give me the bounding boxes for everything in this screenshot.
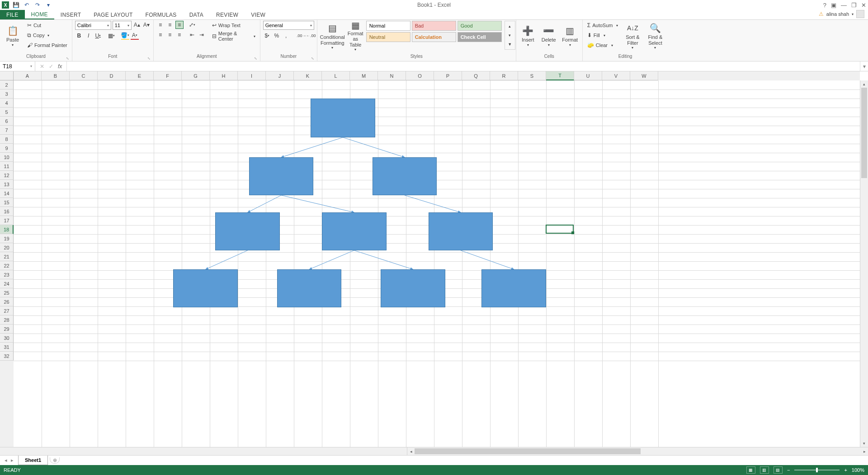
select-all-corner[interactable]	[0, 71, 14, 80]
font-size-select[interactable]: 11▾	[113, 21, 132, 30]
font-color-button[interactable]: A▾	[131, 32, 139, 40]
sheet-tab-active[interactable]: Sheet1	[18, 456, 48, 465]
font-name-select[interactable]: Calibri▾	[75, 21, 111, 30]
format-painter-button[interactable]: 🖌Format Painter	[25, 41, 69, 50]
zoom-slider[interactable]	[794, 470, 840, 470]
worksheet-grid[interactable]: ABCDEFGHIJKLMNOPQRSTUVW 2345678910111213…	[0, 71, 868, 455]
col-header-I[interactable]: I	[238, 71, 266, 80]
align-center-icon[interactable]: ≡	[166, 31, 174, 39]
save-icon[interactable]: 💾	[12, 1, 20, 9]
col-header-P[interactable]: P	[434, 71, 462, 80]
col-header-D[interactable]: D	[98, 71, 126, 80]
scroll-right-icon[interactable]: ▸	[861, 447, 868, 455]
col-header-W[interactable]: W	[630, 71, 658, 80]
formula-bar[interactable]	[67, 61, 860, 71]
col-header-G[interactable]: G	[182, 71, 210, 80]
clear-button[interactable]: 🧽Clear▾	[585, 41, 620, 50]
row-header-10[interactable]: 10	[0, 153, 14, 162]
merge-center-button[interactable]: ⊟Merge & Center▾	[210, 32, 257, 41]
view-normal-icon[interactable]: ▦	[746, 466, 755, 474]
accounting-format-icon[interactable]: $▾	[263, 32, 271, 40]
row-header-17[interactable]: 17	[0, 216, 14, 225]
scroll-down-icon[interactable]: ▾	[860, 440, 868, 447]
col-header-J[interactable]: J	[266, 71, 294, 80]
row-header-9[interactable]: 9	[0, 144, 14, 153]
col-header-E[interactable]: E	[126, 71, 154, 80]
row-header-14[interactable]: 14	[0, 189, 14, 198]
row-header-4[interactable]: 4	[0, 99, 14, 108]
find-select-button[interactable]: 🔍Find & Select▾	[645, 21, 665, 51]
fill-button[interactable]: ⬇Fill▾	[585, 31, 620, 40]
shape-rectangle[interactable]	[373, 157, 437, 195]
tab-insert[interactable]: INSERT	[54, 10, 88, 19]
shape-rectangle[interactable]	[429, 212, 493, 250]
styles-scroll-up-icon[interactable]: ▴	[506, 22, 514, 30]
row-header-29[interactable]: 29	[0, 325, 14, 334]
col-header-N[interactable]: N	[378, 71, 406, 80]
vertical-scrollbar[interactable]: ▴ ▾	[860, 80, 868, 447]
style-neutral[interactable]: Neutral	[366, 32, 410, 42]
row-header-31[interactable]: 31	[0, 343, 14, 352]
cut-button[interactable]: ✂Cut	[25, 21, 69, 30]
col-header-C[interactable]: C	[70, 71, 98, 80]
clipboard-launcher-icon[interactable]: ⤡	[66, 56, 69, 61]
increase-indent-icon[interactable]: ⇥	[198, 31, 206, 39]
number-launcher-icon[interactable]: ⤡	[311, 56, 314, 61]
view-page-layout-icon[interactable]: ▥	[760, 466, 769, 474]
shape-rectangle[interactable]	[481, 269, 546, 307]
decrease-indent-icon[interactable]: ⇤	[188, 31, 196, 39]
fill-color-button[interactable]: 🪣▾	[121, 32, 129, 40]
connector-arrow[interactable]	[281, 137, 343, 157]
scroll-left-icon[interactable]: ◂	[407, 447, 415, 455]
autosum-button[interactable]: ΣAutoSum▾	[585, 21, 620, 30]
row-header-26[interactable]: 26	[0, 297, 14, 306]
scroll-up-icon[interactable]: ▴	[860, 80, 868, 88]
tab-data[interactable]: DATA	[183, 10, 210, 19]
col-header-K[interactable]: K	[294, 71, 322, 80]
styles-scroll-down-icon[interactable]: ▾	[506, 31, 514, 39]
col-header-S[interactable]: S	[518, 71, 546, 80]
align-left-icon[interactable]: ≡	[156, 31, 165, 39]
zoom-level[interactable]: 100%	[852, 467, 864, 473]
wrap-text-button[interactable]: ↩Wrap Text	[210, 21, 257, 30]
col-header-H[interactable]: H	[210, 71, 238, 80]
sort-filter-button[interactable]: A↓ZSort & Filter▾	[623, 21, 642, 51]
bold-button[interactable]: B	[75, 32, 83, 40]
font-launcher-icon[interactable]: ⤡	[147, 56, 151, 61]
cancel-formula-icon[interactable]: ✕	[40, 63, 44, 70]
align-right-icon[interactable]: ≡	[175, 31, 184, 39]
tab-home[interactable]: HOME	[25, 10, 54, 19]
shape-rectangle[interactable]	[381, 269, 445, 307]
expand-formula-bar-icon[interactable]: ▾	[860, 61, 868, 71]
row-header-19[interactable]: 19	[0, 234, 14, 243]
sheet-nav-prev-icon[interactable]: ◂	[5, 457, 7, 463]
alignment-launcher-icon[interactable]: ⤡	[254, 56, 257, 61]
row-header-27[interactable]: 27	[0, 306, 14, 315]
style-normal[interactable]: Normal	[366, 21, 410, 31]
row-header-30[interactable]: 30	[0, 334, 14, 343]
enter-formula-icon[interactable]: ✓	[49, 63, 53, 70]
cells-area[interactable]	[14, 80, 860, 447]
shape-rectangle[interactable]	[311, 99, 375, 137]
conditional-formatting-button[interactable]: ▤ Conditional Formatting▾	[320, 21, 345, 51]
increase-decimal-icon[interactable]: .00→	[297, 32, 306, 40]
row-header-3[interactable]: 3	[0, 89, 14, 99]
row-header-5[interactable]: 5	[0, 108, 14, 117]
active-cell[interactable]	[546, 225, 574, 234]
style-check-cell[interactable]: Check Cell	[458, 32, 502, 42]
comma-format-icon[interactable]: ,	[282, 32, 290, 40]
shape-rectangle[interactable]	[173, 269, 238, 307]
orientation-icon[interactable]: ⤢▾	[188, 21, 196, 29]
name-box[interactable]: T18▾	[0, 61, 35, 71]
increase-font-icon[interactable]: A▴	[133, 21, 141, 29]
vscroll-thumb[interactable]	[861, 88, 867, 178]
col-header-L[interactable]: L	[322, 71, 350, 80]
insert-cells-button[interactable]: ➕Insert▾	[519, 21, 537, 51]
column-headers[interactable]: ABCDEFGHIJKLMNOPQRSTUVW	[14, 71, 860, 80]
delete-cells-button[interactable]: ➖Delete▾	[540, 21, 558, 51]
connector-arrow[interactable]	[354, 250, 413, 269]
col-header-T[interactable]: T	[546, 71, 574, 80]
row-header-24[interactable]: 24	[0, 279, 14, 288]
col-header-F[interactable]: F	[154, 71, 182, 80]
col-header-V[interactable]: V	[602, 71, 630, 80]
